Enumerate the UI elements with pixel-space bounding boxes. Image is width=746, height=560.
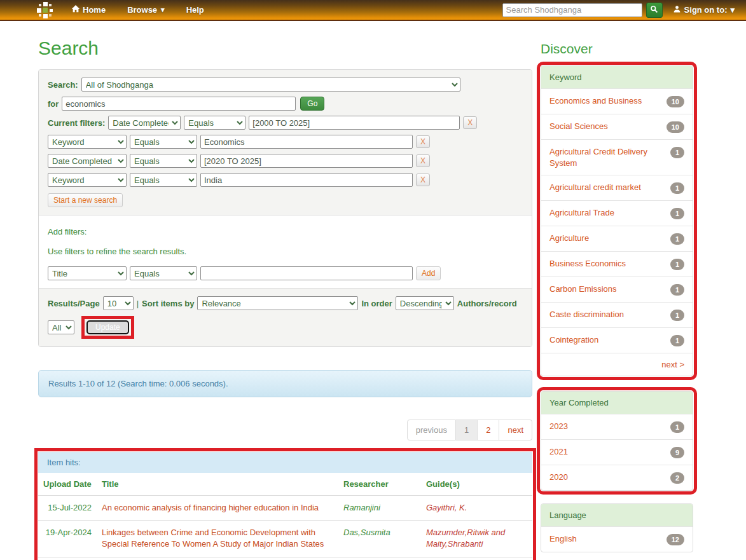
remove-filter-button[interactable]: X: [463, 116, 477, 129]
search-form-section: Search: All of Shodhganga for Go Current…: [39, 70, 532, 215]
pagination-next[interactable]: next: [499, 420, 532, 440]
facet-link[interactable]: 2020: [549, 472, 568, 483]
item-hits-panel: Item hits: Upload Date Title Researcher …: [38, 452, 532, 560]
sign-on-menu[interactable]: Sign on to: ▾: [673, 5, 735, 15]
update-button[interactable]: Update: [86, 320, 129, 334]
facet-link[interactable]: Agriculture: [549, 233, 589, 244]
search-query-input[interactable]: [62, 97, 296, 111]
facet-link[interactable]: Agricultural Credit Delivery System: [549, 146, 665, 168]
table-header-row: Upload Date Title Researcher Guide(s): [38, 473, 532, 496]
nav-help[interactable]: Help: [186, 5, 204, 15]
filter-op-select[interactable]: Equals: [184, 116, 245, 130]
facet-link[interactable]: Social Sciences: [549, 121, 608, 132]
home-icon: [71, 4, 80, 15]
results-controls-section: Results/Page 10 | Sort items by Relevanc…: [39, 288, 532, 346]
column-guides: Guide(s): [421, 473, 532, 496]
pagination-previous[interactable]: previous: [407, 420, 456, 440]
sort-order-select[interactable]: Descending: [396, 296, 454, 310]
search-filter-panel: Search: All of Shodhganga for Go Current…: [38, 69, 532, 347]
facet-count-badge: 1: [670, 335, 684, 346]
search-icon: [650, 5, 658, 15]
researcher-link[interactable]: Ramanjini: [343, 503, 380, 512]
go-button[interactable]: Go: [300, 97, 324, 111]
facet-count-badge: 2: [670, 472, 684, 484]
facet-count-badge: 10: [667, 121, 684, 133]
filter-value-input[interactable]: [200, 154, 413, 168]
remove-filter-button[interactable]: X: [416, 174, 430, 186]
add-filter-op-select[interactable]: Equals: [130, 266, 197, 280]
language-facet-header: Language: [541, 504, 693, 526]
facet-link[interactable]: 2021: [549, 446, 568, 458]
add-filters-hint: Use filters to refine the search results…: [48, 247, 523, 256]
nav-browse[interactable]: Browse ▾: [127, 5, 165, 15]
column-researcher: Researcher: [338, 473, 421, 496]
discover-title: Discover: [541, 41, 693, 57]
filter-op-select[interactable]: Equals: [130, 154, 197, 168]
separator: |: [137, 299, 139, 308]
remove-filter-button[interactable]: X: [416, 154, 430, 167]
keyword-facet-panel: Keyword Economics and Business10 Social …: [541, 65, 693, 376]
facet-count-badge: 1: [670, 259, 684, 270]
add-filters-section: Add filters: Use filters to refine the s…: [39, 215, 532, 288]
facet-link[interactable]: Carbon Emissions: [549, 283, 617, 295]
keyword-facet-header: Keyword: [541, 66, 693, 88]
sign-on-label: Sign on to:: [684, 5, 728, 15]
facet-item: Business Economics1: [541, 251, 693, 277]
add-filter-field-select[interactable]: Title: [48, 266, 127, 280]
facet-link[interactable]: Agricultural credit market: [549, 182, 641, 193]
researcher-link[interactable]: Das,Susmita: [343, 528, 390, 537]
add-filter-value-input[interactable]: [200, 266, 413, 280]
item-hits-table: Upload Date Title Researcher Guide(s) 15…: [38, 473, 532, 560]
start-new-search-button[interactable]: Start a new search: [48, 193, 123, 207]
user-icon: [673, 5, 681, 15]
sort-by-select[interactable]: Relevance: [197, 296, 358, 310]
navbar-search-input[interactable]: [502, 3, 642, 17]
upload-date: 19-Apr-2024: [38, 521, 97, 557]
filter-op-select[interactable]: Equals: [130, 135, 197, 149]
facet-link[interactable]: Economics and Business: [549, 95, 642, 107]
facet-item: Carbon Emissions1: [541, 277, 693, 302]
pagination-page-1[interactable]: 1: [456, 420, 478, 440]
authors-record-label: Authors/record: [457, 299, 517, 308]
filter-field-select[interactable]: Date Completed: [108, 116, 181, 130]
table-row: 22-Dec-2021 Economics of low carbon econ…: [38, 557, 532, 560]
filter-field-select[interactable]: Keyword: [48, 135, 127, 149]
nav-home[interactable]: Home: [71, 4, 106, 15]
guide-link[interactable]: Gayithri, K.: [426, 503, 467, 512]
filter-op-select[interactable]: Equals: [130, 173, 197, 187]
facet-link[interactable]: English: [549, 533, 577, 545]
facet-link[interactable]: Business Economics: [549, 258, 626, 270]
top-navbar: Home Browse ▾ Help Sign on to: ▾: [0, 0, 746, 21]
item-title-link[interactable]: An economic analysis of financing higher…: [102, 503, 319, 512]
facet-link[interactable]: 2023: [549, 421, 568, 432]
facet-link[interactable]: Cointegration: [549, 334, 598, 346]
filter-value-input[interactable]: [249, 116, 460, 130]
nav-browse-label: Browse: [127, 5, 157, 15]
annotation-update-highlight: Update: [81, 316, 134, 339]
remove-filter-button[interactable]: X: [416, 135, 430, 148]
facet-link[interactable]: Agricultural Trade: [549, 207, 614, 219]
facet-item: Agricultural Credit Delivery System1: [541, 139, 693, 175]
facet-next-link[interactable]: next >: [661, 360, 684, 369]
pagination-page-2[interactable]: 2: [478, 420, 499, 440]
item-hits-title: Item hits:: [38, 452, 532, 473]
discover-sidebar: Discover Keyword Economics and Business1…: [541, 21, 693, 552]
search-scope-select[interactable]: All of Shodhganga: [81, 78, 460, 92]
facet-link[interactable]: Caste discrimination: [549, 309, 624, 320]
facet-item: Agricultural credit market1: [541, 175, 693, 200]
upload-date: 22-Dec-2021: [38, 557, 97, 560]
guide-link[interactable]: Mazumder,Ritwik and Maity,Shrabanti: [426, 528, 505, 549]
item-title-link[interactable]: Linkages between Crime and Economic Deve…: [102, 528, 324, 549]
results-per-page-select[interactable]: 10: [103, 296, 134, 310]
filter-value-input[interactable]: [200, 135, 413, 149]
authors-per-record-select[interactable]: All: [48, 320, 74, 334]
navbar-search-button[interactable]: [646, 3, 663, 18]
shodhganga-logo-icon[interactable]: [37, 2, 53, 18]
add-filter-button[interactable]: Add: [416, 266, 441, 280]
facet-next-row: next >: [541, 353, 693, 376]
filter-value-input[interactable]: [200, 173, 413, 187]
filter-field-select[interactable]: Keyword: [48, 173, 127, 187]
facet-count-badge: 1: [670, 208, 684, 219]
facet-count-badge: 1: [670, 284, 684, 296]
filter-field-select[interactable]: Date Completed: [48, 154, 127, 168]
